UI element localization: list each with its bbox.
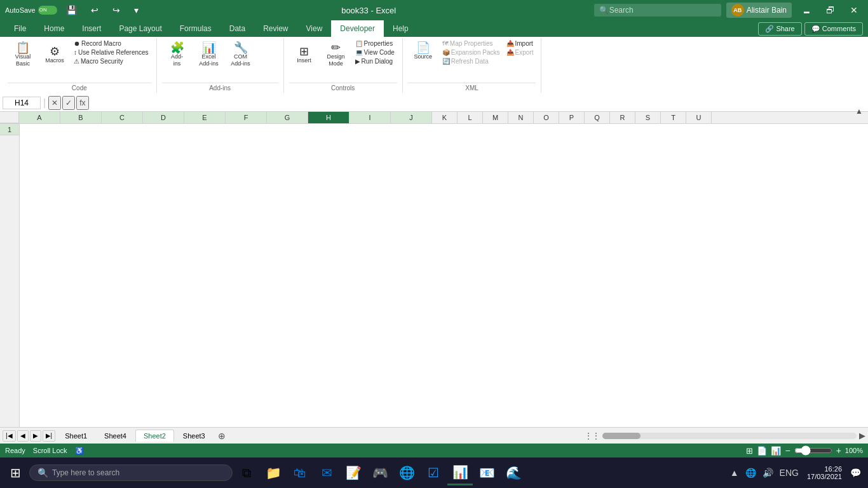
col-header-O[interactable]: O [534,112,559,123]
taskbar-clock[interactable]: 16:26 17/03/2021 [803,465,846,480]
tab-data[interactable]: Data [220,20,254,37]
col-header-E[interactable]: E [184,112,226,123]
col-header-J[interactable]: J [391,112,432,123]
map-properties-button[interactable]: 🗺 Map Properties [440,39,503,48]
col-header-L[interactable]: L [458,112,483,123]
col-header-S[interactable]: S [635,112,661,123]
col-header-F[interactable]: F [226,112,267,123]
cell-reference-input[interactable] [3,97,41,109]
source-button[interactable]: 📄 Source [408,39,438,62]
sheet-tab-sheet1[interactable]: Sheet1 [57,430,95,442]
import-button[interactable]: 📥 Import [504,39,536,48]
col-header-U[interactable]: U [686,112,712,123]
tab-home[interactable]: Home [35,20,73,37]
taskbar-outlook-button[interactable]: 📧 [474,460,499,485]
col-header-K[interactable]: K [432,112,458,123]
minimize-button[interactable]: 🗕 [797,3,816,18]
excel-addins-button[interactable]: 📊 ExcelAdd-ins [194,39,224,70]
col-header-M[interactable]: M [483,112,508,123]
close-button[interactable]: ✕ [845,3,863,18]
network-icon[interactable]: 🌐 [743,468,758,478]
tab-formulas[interactable]: Formulas [171,20,220,37]
redo-button[interactable]: ↪ [107,3,125,18]
sheets-nav-last[interactable]: ▶| [43,430,56,442]
taskbar-mail-button[interactable]: ✉ [314,460,339,485]
share-button[interactable]: 🔗 Share [758,22,801,36]
volume-icon[interactable]: 🔊 [761,468,775,478]
tab-review[interactable]: Review [254,20,297,37]
col-header-A[interactable]: A [19,112,60,123]
notification-icon[interactable]: 💬 [848,468,863,478]
expansion-packs-button[interactable]: 📦 Expansion Packs [440,48,503,57]
scroll-right-btn[interactable]: ▶ [859,431,865,440]
col-header-I[interactable]: I [349,112,391,123]
insert-ctrl-button[interactable]: ⊞ Insert [289,39,320,70]
undo-button[interactable]: ↩ [86,3,104,18]
macro-security-button[interactable]: ⚠ Macro Security [71,57,151,65]
cancel-formula-button[interactable]: ✕ [48,96,61,110]
task-view-button[interactable]: ⧉ [234,460,259,485]
horizontal-scrollbar[interactable] [602,433,857,439]
taskbar-excel-button[interactable]: 📊 [447,460,473,485]
save-button[interactable]: 💾 [61,3,82,18]
taskbar-games-button[interactable]: 🎮 [367,460,393,485]
col-header-H[interactable]: H [308,112,349,123]
sheets-nav-prev[interactable]: ◀ [17,430,29,442]
view-code-button[interactable]: 💻 View Code [353,48,397,57]
taskbar-browser-button[interactable]: 🌐 [394,460,419,485]
sheets-nav-next[interactable]: ▶ [30,430,41,442]
tab-file[interactable]: File [5,20,35,37]
sheet-tab-sheet3[interactable]: Sheet3 [175,430,214,442]
sheets-nav-first[interactable]: |◀ [3,430,16,442]
tab-page-layout[interactable]: Page Layout [110,20,170,37]
tabs-scroll-left[interactable]: ⋮⋮ [585,431,600,440]
col-header-D[interactable]: D [143,112,184,123]
col-header-G[interactable]: G [267,112,308,123]
comments-button[interactable]: 💬 Comments [804,22,863,36]
relative-refs-button[interactable]: ↕ Use Relative References [71,48,151,57]
col-header-R[interactable]: R [610,112,635,123]
restore-button[interactable]: 🗗 [821,3,840,18]
add-sheet-button[interactable]: ⊕ [214,430,229,442]
title-search-input[interactable] [594,4,721,17]
col-header-T[interactable]: T [661,112,686,123]
taskbar-todo-button[interactable]: ☑ [421,460,446,485]
taskbar-explorer-button[interactable]: 📁 [261,460,286,485]
confirm-formula-button[interactable]: ✓ [62,96,75,110]
record-macro-button[interactable]: ⏺ Record Macro [71,39,151,48]
col-header-C[interactable]: C [102,112,143,123]
normal-view-button[interactable]: ⊞ [746,446,753,456]
visual-basic-button[interactable]: 📋 VisualBasic [8,39,38,70]
tab-insert[interactable]: Insert [73,20,110,37]
col-header-B[interactable]: B [60,112,102,123]
sheet-tab-sheet4[interactable]: Sheet4 [96,430,135,442]
chevron-up-icon[interactable]: ▲ [728,468,741,478]
tab-help[interactable]: Help [384,20,417,37]
col-header-P[interactable]: P [559,112,585,123]
design-mode-button[interactable]: ✏ DesignMode [321,39,351,70]
taskbar-edge-button[interactable]: 🌊 [501,460,526,485]
zoom-slider[interactable] [794,445,832,456]
export-button[interactable]: 📤 Export [504,48,536,57]
start-button[interactable]: ⊞ [3,460,28,485]
col-header-N[interactable]: N [508,112,534,123]
ribbon-collapse-button[interactable]: ▲ [855,107,863,116]
page-layout-view-button[interactable]: 📄 [757,446,767,456]
taskbar-sticky-notes-button[interactable]: 📝 [341,460,366,485]
col-header-Q[interactable]: Q [585,112,610,123]
formula-input[interactable] [92,97,866,109]
refresh-data-button[interactable]: 🔄 Refresh Data [440,57,503,65]
properties-button[interactable]: 📋 Properties [353,39,397,48]
sheet-tab-sheet2[interactable]: Sheet2 [135,430,174,442]
language-label[interactable]: ENG [778,468,801,478]
tab-developer[interactable]: Developer [331,20,384,37]
taskbar-store-button[interactable]: 🛍 [287,460,313,485]
row-header-1[interactable]: 1 [0,124,19,135]
function-wizard-button[interactable]: fx [76,96,88,110]
add-ins-button[interactable]: 🧩 Add-ins [162,39,193,70]
run-dialog-button[interactable]: ▶ Run Dialog [353,57,397,65]
tab-view[interactable]: View [297,20,332,37]
customize-qat-button[interactable]: ▾ [129,3,144,18]
autosave-toggle[interactable]: AutoSave [5,6,57,15]
page-break-view-button[interactable]: 📊 [771,446,781,456]
